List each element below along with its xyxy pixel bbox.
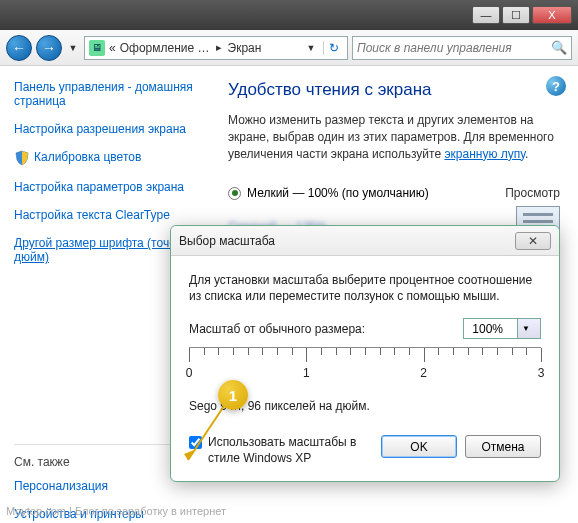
minimize-button[interactable]: — (472, 6, 500, 24)
address-bar[interactable]: 🖥 « Оформление … ▸ Экран ▼ ↻ (84, 36, 348, 60)
radio-icon (228, 187, 241, 200)
magnifier-link[interactable]: экранную лупу (444, 147, 525, 161)
preview-label: Просмотр (505, 186, 560, 200)
scale-ruler[interactable]: 0123 (189, 347, 541, 391)
sidebar-item-display-settings[interactable]: Настройка параметров экрана (14, 180, 200, 194)
search-input[interactable] (357, 41, 551, 55)
breadcrumb-prefix: « (109, 41, 116, 55)
radio-small[interactable]: Мелкий — 100% (по умолчанию) (228, 186, 429, 200)
ok-button[interactable]: OK (381, 435, 457, 458)
maximize-button[interactable]: ☐ (502, 6, 530, 24)
sidebar-item-calibrate[interactable]: Калибровка цветов (34, 150, 141, 164)
font-sample: Sego 9 пт, 96 пикселей на дюйм. (189, 399, 541, 413)
sidebar-item-cleartype[interactable]: Настройка текста ClearType (14, 208, 200, 222)
chevron-right-icon: ▸ (214, 41, 224, 54)
xp-style-label: Использовать масштабы в стиле Windows XP (208, 435, 358, 466)
shield-icon (14, 150, 30, 166)
search-box[interactable]: 🔍 (352, 36, 572, 60)
nav-forward-button[interactable]: → (36, 35, 62, 61)
cancel-button[interactable]: Отмена (465, 435, 541, 458)
control-panel-icon: 🖥 (89, 40, 105, 56)
sidebar-item-resolution[interactable]: Настройка разрешения экрана (14, 122, 200, 136)
help-button[interactable]: ? (546, 76, 566, 96)
nav-history-dropdown[interactable]: ▼ (66, 43, 80, 53)
dialog-title: Выбор масштаба (179, 234, 275, 248)
watermark: Moytop.com | Блог по заработку в интерне… (6, 505, 226, 517)
refresh-button[interactable]: ↻ (323, 41, 343, 55)
scale-dialog: Выбор масштаба ✕ Для установки масштаба … (170, 225, 560, 482)
nav-back-button[interactable]: ← (6, 35, 32, 61)
address-dropdown[interactable]: ▼ (303, 43, 319, 53)
close-button[interactable]: X (532, 6, 572, 24)
dialog-intro: Для установки масштаба выберите процентн… (189, 272, 541, 304)
dialog-close-button[interactable]: ✕ (515, 232, 551, 250)
page-description: Можно изменить размер текста и других эл… (228, 112, 560, 162)
scale-label: Масштаб от обычного размера: (189, 322, 365, 336)
sidebar-item-home[interactable]: Панель управления - домашняя страница (14, 80, 200, 108)
scale-value: 100% (464, 322, 517, 336)
breadcrumb-display[interactable]: Экран (228, 41, 262, 55)
scale-combobox[interactable]: 100% ▼ (463, 318, 541, 339)
xp-style-checkbox[interactable] (189, 436, 202, 449)
chevron-down-icon[interactable]: ▼ (517, 319, 540, 338)
radio-small-label: Мелкий — 100% (по умолчанию) (247, 186, 429, 200)
search-icon[interactable]: 🔍 (551, 40, 567, 55)
page-title: Удобство чтения с экрана (228, 80, 560, 100)
breadcrumb-appearance[interactable]: Оформление … (120, 41, 210, 55)
